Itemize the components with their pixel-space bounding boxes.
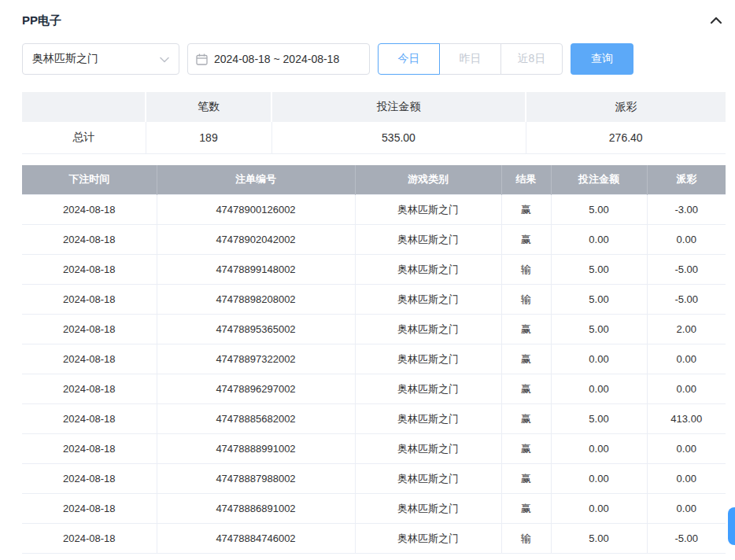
cell-bet-amount: 0.00 (551, 225, 647, 255)
cell-result: 赢 (501, 374, 551, 404)
table-row: 2024-08-18 47478886891002 奥林匹斯之门 赢 0.00 … (22, 494, 726, 524)
cell-bet-time: 2024-08-18 (22, 255, 157, 285)
table-row: 2024-08-18 47478884746002 奥林匹斯之门 输 5.00 … (22, 524, 726, 554)
summary-header-payout: 派彩 (526, 92, 726, 122)
header-bet-amount: 投注金额 (551, 165, 647, 195)
summary-total-row: 总计 189 535.00 276.40 (22, 122, 726, 153)
cell-bet-time: 2024-08-18 (22, 494, 157, 524)
summary-total-label: 总计 (22, 122, 146, 153)
today-button[interactable]: 今日 (378, 43, 440, 75)
cell-bet-time: 2024-08-18 (22, 344, 157, 374)
bets-header-row: 下注时间 注单编号 游戏类别 结果 投注金额 派彩 (22, 165, 726, 195)
cell-game-type: 奥林匹斯之门 (355, 195, 501, 225)
cell-result: 赢 (501, 195, 551, 225)
floating-widget[interactable] (728, 507, 735, 545)
header-result: 结果 (501, 165, 551, 195)
page-title: PP电子 (22, 13, 61, 28)
cell-result: 输 (501, 285, 551, 315)
date-range-value: 2024-08-18 ~ 2024-08-18 (214, 53, 339, 65)
bets-table: 下注时间 注单编号 游戏类别 结果 投注金额 派彩 2024-08-18 474… (22, 165, 726, 554)
header-payout: 派彩 (647, 165, 726, 195)
game-select[interactable]: 奥林匹斯之门 (22, 43, 179, 75)
cell-payout: 2.00 (647, 315, 726, 344)
cell-order-no: 47478895365002 (157, 315, 355, 344)
cell-payout: -5.00 (647, 255, 726, 285)
summary-header-bet: 投注金额 (271, 92, 526, 122)
cell-result: 赢 (501, 464, 551, 494)
cell-bet-amount: 5.00 (551, 315, 647, 344)
cell-payout: 0.00 (647, 464, 726, 494)
cell-payout: 413.00 (647, 404, 726, 434)
cell-bet-time: 2024-08-18 (22, 374, 157, 404)
summary-total-count: 189 (146, 122, 271, 153)
cell-game-type: 奥林匹斯之门 (355, 255, 501, 285)
table-row: 2024-08-18 47478898208002 奥林匹斯之门 输 5.00 … (22, 285, 726, 315)
cell-payout: -3.00 (647, 195, 726, 225)
table-row: 2024-08-18 47478888991002 奥林匹斯之门 赢 0.00 … (22, 434, 726, 464)
cell-game-type: 奥林匹斯之门 (355, 404, 501, 434)
query-button[interactable]: 查询 (571, 43, 633, 75)
cell-result: 输 (501, 255, 551, 285)
cell-result: 输 (501, 524, 551, 554)
cell-bet-time: 2024-08-18 (22, 464, 157, 494)
summary-total-payout: 276.40 (526, 122, 726, 153)
cell-payout: -5.00 (647, 524, 726, 554)
cell-payout: 0.00 (647, 225, 726, 255)
collapse-button[interactable] (707, 11, 726, 30)
cell-bet-amount: 5.00 (551, 404, 647, 434)
cell-bet-amount: 5.00 (551, 195, 647, 225)
cell-order-no: 47478887988002 (157, 464, 355, 494)
table-row: 2024-08-18 47478885682002 奥林匹斯之门 赢 5.00 … (22, 404, 726, 434)
cell-game-type: 奥林匹斯之门 (355, 225, 501, 255)
header-game-type: 游戏类别 (355, 165, 501, 195)
cell-game-type: 奥林匹斯之门 (355, 315, 501, 344)
summary-header-count: 笔数 (146, 92, 271, 122)
cell-bet-time: 2024-08-18 (22, 285, 157, 315)
cell-order-no: 47478885682002 (157, 404, 355, 434)
summary-total-bet: 535.00 (271, 122, 526, 153)
cell-result: 赢 (501, 404, 551, 434)
panel-header: PP电子 (22, 11, 726, 30)
cell-order-no: 47478896297002 (157, 374, 355, 404)
last-8-days-button[interactable]: 近8日 (500, 43, 563, 75)
cell-bet-amount: 5.00 (551, 285, 647, 315)
cell-bet-amount: 0.00 (551, 464, 647, 494)
cell-result: 赢 (501, 494, 551, 524)
cell-game-type: 奥林匹斯之门 (355, 494, 501, 524)
cell-order-no: 47478897322002 (157, 344, 355, 374)
cell-order-no: 47478884746002 (157, 524, 355, 554)
cell-payout: 0.00 (647, 374, 726, 404)
cell-order-no: 47478898208002 (157, 285, 355, 315)
cell-bet-amount: 0.00 (551, 344, 647, 374)
cell-payout: 0.00 (647, 434, 726, 464)
cell-payout: -5.00 (647, 285, 726, 315)
quick-date-buttons: 今日 昨日 近8日 (378, 43, 563, 75)
cell-order-no: 47478888991002 (157, 434, 355, 464)
date-range-input[interactable]: 2024-08-18 ~ 2024-08-18 (187, 43, 370, 75)
summary-header-row: 笔数 投注金额 派彩 (22, 92, 726, 122)
cell-bet-time: 2024-08-18 (22, 195, 157, 225)
header-order-no: 注单编号 (157, 165, 355, 195)
cell-bet-time: 2024-08-18 (22, 315, 157, 344)
chevron-down-icon (160, 53, 169, 65)
cell-game-type: 奥林匹斯之门 (355, 434, 501, 464)
table-row: 2024-08-18 47478899148002 奥林匹斯之门 输 5.00 … (22, 255, 726, 285)
cell-bet-time: 2024-08-18 (22, 434, 157, 464)
cell-result: 赢 (501, 434, 551, 464)
cell-game-type: 奥林匹斯之门 (355, 524, 501, 554)
yesterday-button[interactable]: 昨日 (439, 43, 501, 75)
cell-order-no: 47478902042002 (157, 225, 355, 255)
cell-bet-amount: 0.00 (551, 494, 647, 524)
cell-result: 赢 (501, 315, 551, 344)
cell-order-no: 47478886891002 (157, 494, 355, 524)
calendar-icon (196, 53, 208, 65)
cell-game-type: 奥林匹斯之门 (355, 374, 501, 404)
cell-bet-time: 2024-08-18 (22, 404, 157, 434)
cell-bet-time: 2024-08-18 (22, 524, 157, 554)
table-row: 2024-08-18 47478900126002 奥林匹斯之门 赢 5.00 … (22, 195, 726, 225)
summary-table: 笔数 投注金额 派彩 总计 189 535.00 276.40 (22, 92, 726, 154)
filter-bar: 奥林匹斯之门 2024-08-18 ~ 2024-08-18 今日 昨日 近8日… (22, 43, 726, 75)
table-row: 2024-08-18 47478902042002 奥林匹斯之门 赢 0.00 … (22, 225, 726, 255)
header-bet-time: 下注时间 (22, 165, 157, 195)
cell-bet-time: 2024-08-18 (22, 225, 157, 255)
